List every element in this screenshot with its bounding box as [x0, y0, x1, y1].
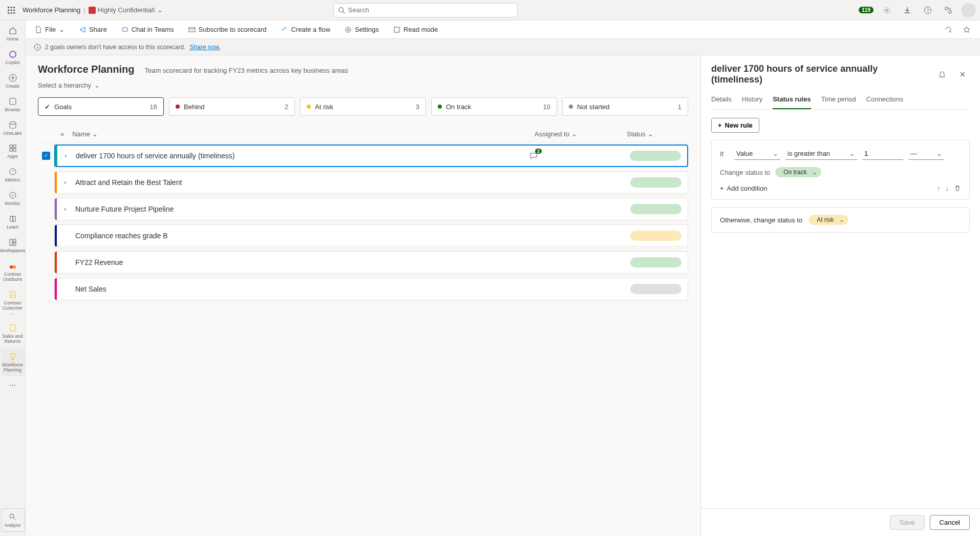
- rail-apps[interactable]: Apps: [1, 140, 25, 162]
- share-now-link[interactable]: Share now.: [189, 44, 220, 51]
- account-manager-icon[interactable]: [941, 3, 955, 17]
- subscribe-button[interactable]: Subscribe to scorecard: [185, 24, 270, 35]
- expand-all-icon[interactable]: »: [60, 130, 64, 138]
- panel-tab[interactable]: Details: [711, 91, 732, 109]
- user-avatar[interactable]: [962, 3, 976, 17]
- goal-row[interactable]: ✓›Nurture Future Project Pipeline: [38, 196, 688, 222]
- download-icon[interactable]: [900, 3, 914, 17]
- goal-card[interactable]: ›deliver 1700 hours of service annually …: [54, 145, 688, 167]
- svg-point-30: [13, 265, 16, 269]
- column-status[interactable]: Status⌄: [627, 130, 688, 138]
- rule-value-input[interactable]: [862, 148, 903, 160]
- move-down-icon[interactable]: ↓: [946, 184, 949, 192]
- rule-format-select[interactable]: —: [908, 148, 944, 160]
- panel-tab[interactable]: Connections: [866, 91, 903, 109]
- status-filter-card[interactable]: Not started1: [562, 97, 688, 116]
- rail-metrics[interactable]: Metrics: [1, 163, 25, 186]
- delete-icon[interactable]: [954, 184, 961, 192]
- add-condition-button[interactable]: + Add condition: [720, 184, 933, 192]
- chevron-down-icon: ⌄: [94, 81, 100, 89]
- expand-icon[interactable]: ›: [64, 205, 71, 213]
- gear-icon: [345, 26, 352, 33]
- sensitivity-label[interactable]: Highly Confidential\ ⌄: [89, 6, 163, 14]
- cancel-button[interactable]: Cancel: [930, 515, 970, 530]
- column-assigned[interactable]: Assigned to⌄: [535, 130, 627, 138]
- goal-row[interactable]: ✓›Attract and Retain the Best Talent: [38, 169, 688, 196]
- panel-tab[interactable]: History: [742, 91, 762, 109]
- goal-row[interactable]: ✓FY22 Revenue: [38, 249, 688, 276]
- notification-badge[interactable]: 119: [859, 7, 874, 13]
- goal-card[interactable]: Compliance reaches grade B: [54, 224, 688, 247]
- browse-icon: [8, 96, 18, 107]
- comment-icon[interactable]: 2: [529, 152, 538, 160]
- rule-field-select[interactable]: Value: [734, 148, 780, 160]
- search-box[interactable]: [333, 3, 518, 17]
- bell-icon[interactable]: [935, 67, 949, 81]
- change-status-label: Change status to: [720, 169, 770, 176]
- move-up-icon[interactable]: ↑: [937, 184, 941, 192]
- create-flow-button[interactable]: Create a flow: [278, 24, 333, 35]
- new-rule-button[interactable]: + New rule: [711, 118, 759, 133]
- svg-rect-0: [8, 7, 9, 8]
- panel-tab[interactable]: Time period: [821, 91, 856, 109]
- svg-rect-15: [949, 11, 951, 13]
- goal-card[interactable]: ›Nurture Future Project Pipeline: [54, 198, 688, 220]
- expand-icon[interactable]: ›: [65, 152, 72, 159]
- rail-workforce-planning[interactable]: Workforce Planning: [1, 348, 25, 376]
- status-count: 16: [150, 103, 157, 111]
- sensitivity-icon: [89, 7, 96, 14]
- column-name[interactable]: Name⌄: [72, 130, 535, 138]
- rail-browse[interactable]: Browse: [1, 93, 25, 116]
- rail-contoso-customer[interactable]: Contoso Customer ...: [1, 286, 25, 319]
- rail-home[interactable]: Home: [1, 23, 25, 45]
- rail-create[interactable]: Create: [1, 70, 25, 92]
- accent-bar: [55, 172, 57, 193]
- settings-button[interactable]: Settings: [342, 24, 382, 35]
- search-input[interactable]: [348, 6, 513, 14]
- status-filter-card[interactable]: On track10: [431, 97, 557, 116]
- settings-icon[interactable]: [880, 3, 894, 17]
- status-dot-icon: [438, 105, 442, 109]
- goal-row[interactable]: ✓›deliver 1700 hours of service annually…: [38, 142, 688, 169]
- status-filter-card[interactable]: Behind2: [169, 97, 295, 116]
- expand-icon[interactable]: ›: [64, 178, 71, 186]
- save-button[interactable]: Save: [890, 515, 925, 530]
- refresh-icon[interactable]: [941, 23, 955, 37]
- favorite-icon[interactable]: [960, 23, 974, 37]
- close-icon[interactable]: [955, 67, 970, 81]
- flow-icon: [281, 26, 288, 33]
- goal-status-pill: [630, 177, 681, 188]
- chat-teams-button[interactable]: Chat in Teams: [118, 24, 177, 35]
- goal-card[interactable]: FY22 Revenue: [54, 251, 688, 274]
- rail-contoso-outdoors[interactable]: Contoso Outdoors: [1, 258, 25, 285]
- goal-row[interactable]: ✓Net Sales: [38, 276, 688, 302]
- rail-monitor[interactable]: Monitor: [1, 187, 25, 210]
- chevron-down-icon: ⌄: [59, 26, 65, 33]
- read-mode-button[interactable]: Read mode: [390, 24, 441, 35]
- hierarchy-selector[interactable]: Select a hierarchy ⌄: [38, 81, 688, 89]
- rail-learn[interactable]: Learn: [1, 211, 25, 233]
- status-filter-card[interactable]: At risk3: [300, 97, 426, 116]
- rail-analyze[interactable]: Analyze: [1, 508, 25, 532]
- rail-more[interactable]: ⋯: [1, 377, 25, 394]
- rail-workspaces[interactable]: Workspaces: [1, 234, 25, 257]
- status-filter-card[interactable]: ✓Goals16: [38, 97, 164, 116]
- rail-onelake[interactable]: OneLake: [1, 117, 25, 139]
- rail-label: Browse: [5, 108, 20, 113]
- rule-operator-select[interactable]: is greater than: [785, 148, 857, 160]
- apps-icon: [8, 143, 18, 153]
- share-button[interactable]: Share: [76, 24, 110, 35]
- otherwise-status-select[interactable]: At risk: [808, 215, 848, 225]
- goal-card[interactable]: ›Attract and Retain the Best Talent: [54, 171, 688, 194]
- rail-sales-returns[interactable]: Sales and Returns: [1, 320, 25, 347]
- row-checkbox[interactable]: ✓: [42, 152, 50, 160]
- rail-copilot[interactable]: Copilot: [1, 46, 25, 69]
- rule-status-select[interactable]: On track: [775, 167, 821, 177]
- app-launcher-icon[interactable]: [4, 3, 18, 17]
- goal-card[interactable]: Net Sales: [54, 278, 688, 300]
- help-icon[interactable]: ?: [921, 3, 935, 17]
- goal-row[interactable]: ✓Compliance reaches grade B: [38, 222, 688, 249]
- file-menu[interactable]: File⌄: [32, 24, 68, 35]
- panel-tab[interactable]: Status rules: [773, 91, 811, 109]
- breadcrumb-item[interactable]: Workforce Planning: [23, 6, 80, 14]
